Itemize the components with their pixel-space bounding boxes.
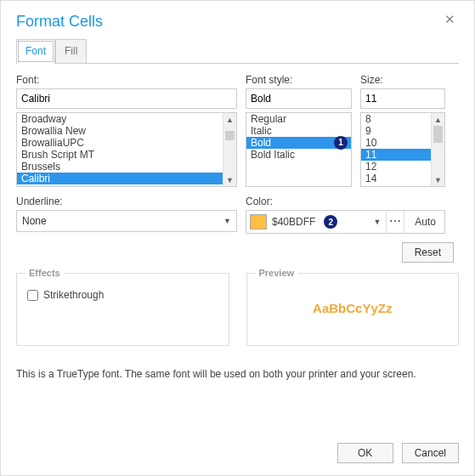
chevron-up-icon[interactable]: ▲ xyxy=(432,113,444,126)
badge-1: 1 xyxy=(334,136,348,150)
color-swatch xyxy=(250,214,267,230)
list-item[interactable]: Regular xyxy=(246,113,351,125)
badge-2: 2 xyxy=(324,215,337,229)
strikethrough-input[interactable] xyxy=(27,290,38,301)
color-value: $40BDFF xyxy=(272,216,315,228)
font-listbox[interactable]: Broadway Browallia New BrowalliaUPC Brus… xyxy=(16,112,237,187)
fontstyle-input[interactable] xyxy=(246,88,352,109)
scrollbar[interactable]: ▲ ▼ xyxy=(431,113,444,186)
underline-select[interactable]: None ▼ xyxy=(16,210,237,232)
list-item[interactable]: Browallia New xyxy=(17,125,236,137)
chevron-down-icon: ▼ xyxy=(223,217,231,225)
format-cells-dialog: Format Cells ✕ Font Fill Font: Broadway … xyxy=(0,0,475,476)
fontstyle-label: Font style: xyxy=(246,74,352,86)
list-item[interactable]: Bold 1 xyxy=(246,137,351,149)
preview-sample: AaBbCcYyZz xyxy=(257,301,449,315)
list-item[interactable]: Brush Script MT xyxy=(17,149,236,161)
underline-label: Underline: xyxy=(16,196,237,207)
list-item[interactable]: Brussels xyxy=(17,161,236,173)
size-listbox[interactable]: 8 9 10 11 12 14 ▲ ▼ xyxy=(360,112,445,187)
tab-content: Font: Broadway Browallia New BrowalliaUP… xyxy=(16,74,459,463)
chevron-down-icon[interactable]: ▼ xyxy=(223,173,236,186)
ok-button[interactable]: OK xyxy=(337,443,393,463)
chevron-down-icon[interactable]: ▼ xyxy=(373,218,381,226)
tab-fill[interactable]: Fill xyxy=(55,39,87,63)
list-item[interactable]: Italic xyxy=(246,125,351,137)
chevron-up-icon[interactable]: ▲ xyxy=(223,113,236,126)
size-label: Size: xyxy=(360,74,445,86)
list-item[interactable]: BrowalliaUPC xyxy=(17,137,236,149)
preview-label: Preview xyxy=(256,268,298,278)
effects-label: Effects xyxy=(25,268,64,278)
chevron-down-icon[interactable]: ▼ xyxy=(432,173,444,186)
strikethrough-label: Strikethrough xyxy=(43,289,104,301)
font-label: Font: xyxy=(16,74,237,86)
list-item[interactable]: Bold Italic xyxy=(246,149,351,161)
close-icon[interactable]: ✕ xyxy=(441,13,459,26)
reset-button[interactable]: Reset xyxy=(402,242,454,263)
button-bar: OK Cancel xyxy=(337,443,459,463)
scrollbar[interactable]: ▲ ▼ xyxy=(223,113,236,186)
cancel-button[interactable]: Cancel xyxy=(402,443,459,463)
color-picker[interactable]: $40BDFF 2 ▼ ⋯ Auto xyxy=(246,210,445,234)
strikethrough-checkbox[interactable]: Strikethrough xyxy=(27,289,218,301)
tab-font[interactable]: Font xyxy=(16,39,55,64)
auto-color-button[interactable]: Auto xyxy=(410,216,441,228)
preview-group: Preview AaBbCcYyZz xyxy=(246,273,460,346)
list-item-label: Bold xyxy=(251,137,271,149)
list-item[interactable]: Broadway xyxy=(17,113,236,125)
fontstyle-listbox[interactable]: Regular Italic Bold 1 Bold Italic xyxy=(246,112,352,187)
effects-group: Effects Strikethrough xyxy=(16,273,229,346)
size-input[interactable] xyxy=(360,88,445,109)
list-item[interactable]: Calibri xyxy=(17,173,236,184)
color-label: Color: xyxy=(246,196,445,207)
titlebar: Format Cells ✕ xyxy=(16,13,459,31)
dialog-title: Format Cells xyxy=(16,13,103,31)
tabstrip: Font Fill xyxy=(16,39,459,64)
font-description: This is a TrueType font. The same font w… xyxy=(16,368,459,380)
font-input[interactable] xyxy=(16,88,237,109)
more-colors-button[interactable]: ⋯ xyxy=(386,211,404,233)
underline-value: None xyxy=(22,215,47,227)
